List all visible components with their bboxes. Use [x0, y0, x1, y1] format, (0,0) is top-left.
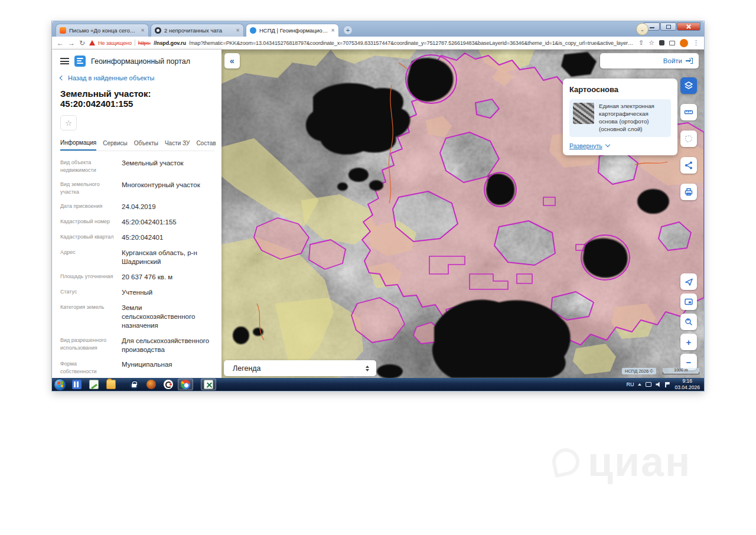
- layers-button[interactable]: [680, 77, 697, 94]
- object-title: Земельный участок: 45:20:042401:155: [60, 89, 214, 109]
- tab-information[interactable]: Информация: [60, 137, 96, 151]
- field-label: Вид земельного участка: [60, 181, 115, 196]
- basemap-thumbnail: [573, 103, 594, 124]
- browser-tab-chat[interactable]: 2 непрочитанных чата ✕: [151, 24, 244, 37]
- tab-close-icon[interactable]: ✕: [141, 28, 145, 33]
- layers-icon: [684, 81, 693, 90]
- browser-menu-icon[interactable]: ⋮: [693, 39, 699, 47]
- table-row: Категория земельЗемли сельскохозяйственн…: [60, 304, 214, 330]
- tab-close-icon[interactable]: ✕: [331, 28, 335, 33]
- folder-icon: [106, 380, 116, 389]
- legend-bar[interactable]: Легенда: [224, 360, 376, 376]
- select-area-button[interactable]: [680, 131, 697, 147]
- browser-tab-nspd-active[interactable]: НСПД | Геоинформационный п ✕: [246, 24, 339, 37]
- favorite-button[interactable]: ☆: [60, 115, 77, 131]
- profile-avatar[interactable]: [680, 39, 688, 47]
- tab-close-icon[interactable]: ✕: [236, 28, 240, 33]
- star-outline-icon: ☆: [65, 119, 72, 128]
- window-close-button[interactable]: [677, 22, 700, 31]
- taskbar-comet-app[interactable]: [161, 379, 176, 390]
- taskbar-files-app[interactable]: [103, 379, 119, 390]
- object-info-sidebar: Геоинформационный портал Назад в найденн…: [52, 50, 221, 378]
- table-row: Кадастровый квартал45:20:042401: [60, 233, 214, 242]
- start-button[interactable]: [54, 379, 66, 391]
- taskbar-amigo-app[interactable]: [144, 379, 159, 390]
- tab-objects[interactable]: Объекты: [134, 138, 158, 150]
- field-value: Для сельскохозяйственного производства: [122, 337, 214, 354]
- share-page-icon[interactable]: ⇧: [638, 39, 644, 47]
- login-button[interactable]: Войти: [600, 53, 699, 68]
- not-secure-warning-icon: [89, 40, 95, 45]
- collapse-sidebar-button[interactable]: «: [224, 53, 240, 68]
- network-icon[interactable]: [646, 382, 651, 387]
- table-row: Вид объекта недвижимостиЗемельный участо…: [60, 159, 214, 174]
- field-label: Адрес: [60, 249, 115, 266]
- chat-favicon-icon: [155, 27, 161, 34]
- share-button[interactable]: [680, 157, 697, 174]
- taskbar-lock-app[interactable]: [126, 379, 142, 390]
- table-row: Дата присвоения24.04.2019: [60, 203, 214, 211]
- print-button[interactable]: [680, 184, 697, 200]
- login-label: Войти: [663, 57, 682, 64]
- mail-favicon-icon: [60, 27, 66, 34]
- map-tools-bottom: + −: [680, 273, 697, 370]
- ruler-icon: [684, 107, 693, 117]
- page-content: Геоинформационный портал Назад в найденн…: [52, 50, 704, 378]
- window-chevron-button[interactable]: ⌄: [636, 23, 649, 35]
- extensions-icon[interactable]: [659, 40, 664, 45]
- table-row: Площадь уточненная20 637 476 кв. м: [60, 273, 214, 282]
- back-nav-icon[interactable]: ←: [57, 39, 64, 47]
- amigo-app-icon: [146, 380, 156, 389]
- bookmark-star-icon[interactable]: ☆: [649, 39, 654, 47]
- back-link-label: Назад в найденные объекты: [68, 74, 155, 81]
- tray-expand-icon[interactable]: [638, 383, 641, 386]
- url-host: //nspd.gov.ru: [154, 40, 186, 46]
- map-tools-top: [680, 77, 697, 200]
- object-fields: Вид объекта недвижимостиЗемельный участо…: [60, 159, 214, 378]
- chevron-down-icon: [605, 142, 610, 147]
- field-value: 45:20:042401: [122, 233, 214, 242]
- scale-line: [663, 372, 699, 374]
- basemap-layer-item[interactable]: Единая электронная картографическая осно…: [569, 99, 671, 137]
- field-value: Муниципальная: [122, 360, 214, 376]
- tray-clock[interactable]: 9:16 03.04.2026: [674, 378, 700, 390]
- url-scheme: https:: [138, 40, 151, 46]
- browser-tab-mail[interactable]: Письмо «До конца сегодняшн ✕: [56, 24, 149, 37]
- expand-label: Развернуть: [569, 142, 602, 149]
- table-row: Кадастровый номер45:20:042401:155: [60, 218, 214, 227]
- minimap-button[interactable]: [680, 293, 697, 310]
- map-view[interactable]: « Войти Картооснова Единая электронная к…: [221, 50, 704, 378]
- field-label: Кадастровый квартал: [60, 233, 115, 242]
- tab-services[interactable]: Сервисы: [103, 138, 127, 150]
- volume-icon[interactable]: [656, 382, 661, 387]
- taskbar-media-app[interactable]: [69, 379, 84, 390]
- legend-toggle-icon[interactable]: [366, 366, 369, 371]
- zoom-in-button[interactable]: +: [680, 334, 697, 350]
- tray-time: 9:16: [674, 378, 700, 384]
- locate-button[interactable]: [680, 273, 697, 290]
- chevron-left-icon: [60, 76, 64, 80]
- reload-icon[interactable]: ↻: [79, 39, 85, 47]
- taskbar-notes-app[interactable]: [86, 379, 102, 390]
- side-panel-icon[interactable]: [669, 41, 675, 45]
- forward-nav-icon[interactable]: →: [68, 39, 75, 47]
- watermark-logo-icon: [550, 446, 582, 478]
- hamburger-menu-icon[interactable]: [60, 58, 69, 64]
- media-app-icon: [72, 380, 82, 389]
- new-tab-button[interactable]: +: [343, 25, 353, 35]
- ruler-button[interactable]: [680, 104, 697, 120]
- excel-icon: [204, 380, 213, 389]
- expand-link[interactable]: Развернуть: [569, 142, 671, 149]
- taskbar-excel[interactable]: [201, 379, 216, 390]
- tab-parcel-parts[interactable]: Части ЗУ: [165, 138, 190, 150]
- tab-composition[interactable]: Состав: [196, 138, 216, 150]
- language-indicator[interactable]: RU: [626, 381, 634, 387]
- action-center-flag-icon[interactable]: [665, 382, 670, 387]
- address-bar[interactable]: Не защищено https: //nspd.gov.ru /map?th…: [89, 40, 634, 46]
- screenshot-window: Письмо «До конца сегодняшн ✕ 2 непрочита…: [52, 21, 704, 391]
- table-row: Форма собственностиМуниципальная: [60, 360, 214, 376]
- back-to-results-link[interactable]: Назад в найденные объекты: [60, 74, 214, 81]
- window-restore-button[interactable]: [660, 22, 676, 31]
- search-extent-button[interactable]: [680, 314, 697, 330]
- taskbar-chrome[interactable]: [178, 379, 193, 390]
